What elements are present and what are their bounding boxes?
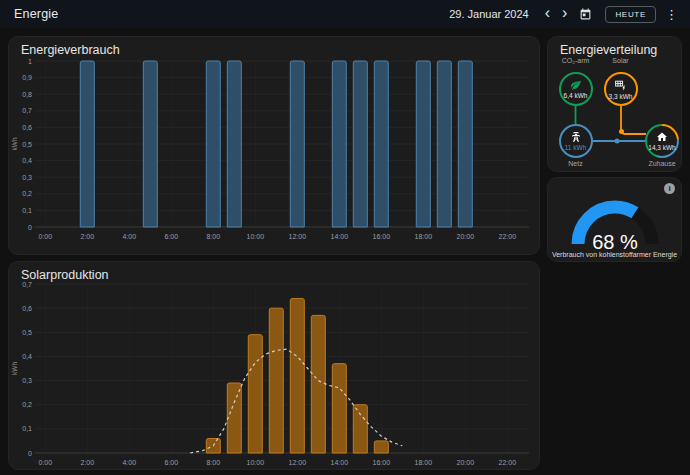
solar-bar	[311, 315, 325, 453]
svg-text:2:00: 2:00	[80, 233, 94, 240]
svg-text:14:00: 14:00	[331, 233, 349, 240]
home-node[interactable]: 14,3 kWh	[645, 124, 679, 158]
svg-text:0,6: 0,6	[22, 305, 32, 312]
carbon-gauge-card: i 68 % Verbrauch von kohlenstoffarmer En…	[547, 177, 682, 262]
svg-text:0,2: 0,2	[22, 190, 32, 197]
svg-text:16:00: 16:00	[373, 233, 391, 240]
svg-text:0,4: 0,4	[22, 353, 32, 360]
svg-text:0:00: 0:00	[38, 233, 52, 240]
solar-bar	[248, 335, 262, 453]
solar-bar	[269, 308, 283, 453]
calendar-icon	[579, 8, 592, 21]
solar-node[interactable]: 3,3 kWh	[604, 72, 638, 106]
solar-bar	[353, 405, 367, 453]
svg-text:0,2: 0,2	[22, 401, 32, 408]
svg-text:0,1: 0,1	[22, 207, 32, 214]
overflow-menu-icon[interactable]: ⋮	[663, 7, 680, 22]
card-title: Solarproduktion	[21, 268, 109, 282]
svg-text:10:00: 10:00	[247, 459, 265, 466]
solar-bar	[227, 383, 241, 453]
svg-text:6:00: 6:00	[164, 233, 178, 240]
energy-consumption-card: Energieverbrauch 0:002:004:006:008:0010:…	[8, 36, 540, 255]
low-carbon-value: 6,4 kWh	[564, 92, 588, 99]
svg-text:16:00: 16:00	[373, 459, 391, 466]
svg-text:12:00: 12:00	[289, 459, 307, 466]
svg-text:12:00: 12:00	[289, 233, 307, 240]
solar-bar	[374, 441, 388, 453]
grid-node[interactable]: 11 kWh	[559, 124, 593, 158]
low-carbon-node[interactable]: 6,4 kWh	[559, 72, 593, 106]
solar-label: Solar	[593, 57, 649, 64]
consumption-bar	[458, 61, 472, 227]
svg-text:2:00: 2:00	[80, 459, 94, 466]
svg-text:0,1: 0,1	[22, 425, 32, 432]
consumption-bar	[353, 61, 367, 227]
info-icon[interactable]: i	[664, 183, 675, 194]
consumption-bar	[437, 61, 451, 227]
svg-text:0,3: 0,3	[22, 377, 32, 384]
solar-flow-dot	[619, 129, 624, 134]
svg-text:20:00: 20:00	[457, 459, 475, 466]
svg-text:4:00: 4:00	[122, 233, 136, 240]
consumption-bar	[227, 61, 241, 227]
energy-distribution-card: Energieverteilung CO₂-arm Solar Netz Zuh…	[547, 36, 682, 172]
svg-text:kWh: kWh	[11, 362, 18, 375]
svg-text:kWh: kWh	[11, 137, 18, 150]
svg-text:1: 1	[28, 58, 32, 65]
svg-text:22:00: 22:00	[499, 459, 517, 466]
grid-label: Netz	[548, 160, 604, 167]
solar-bar	[332, 364, 346, 453]
svg-text:0,4: 0,4	[22, 157, 32, 164]
svg-text:0,5: 0,5	[22, 329, 32, 336]
svg-text:0,9: 0,9	[22, 74, 32, 81]
svg-text:8:00: 8:00	[206, 233, 220, 240]
home-value: 14,3 kWh	[648, 144, 675, 151]
svg-text:4:00: 4:00	[122, 459, 136, 466]
svg-text:0: 0	[28, 224, 32, 231]
consumption-bar	[290, 61, 304, 227]
leaf-icon	[570, 79, 582, 91]
chevron-right-icon[interactable]: ›	[556, 6, 573, 22]
svg-text:18:00: 18:00	[415, 233, 433, 240]
solar-production-card: Solarproduktion 0:002:004:006:008:0010:0…	[8, 261, 540, 470]
solar-value: 3,3 kWh	[609, 93, 633, 100]
svg-text:0,5: 0,5	[22, 141, 32, 148]
gauge: 68 %	[548, 178, 681, 261]
consumption-bar	[332, 61, 346, 227]
grid-flow-dot	[615, 139, 620, 144]
consumption-bar	[80, 61, 94, 227]
svg-text:18:00: 18:00	[415, 459, 433, 466]
svg-text:0: 0	[28, 450, 32, 457]
transmission-tower-icon	[570, 131, 582, 143]
chevron-left-icon[interactable]: ‹	[539, 6, 556, 22]
svg-text:14:00: 14:00	[331, 459, 349, 466]
calendar-button[interactable]	[573, 8, 598, 21]
home-label: Zuhause	[634, 160, 690, 167]
solar-bar	[290, 298, 304, 453]
svg-text:0,6: 0,6	[22, 124, 32, 131]
app-header: Energie 29. Januar 2024 ‹ › HEUTE ⋮	[0, 0, 690, 28]
card-title: Energieverbrauch	[21, 43, 120, 57]
grid-value: 11 kWh	[565, 144, 587, 151]
solar-chart: 0:002:004:006:008:0010:0012:0014:0016:00…	[9, 262, 539, 469]
svg-text:22:00: 22:00	[499, 233, 517, 240]
card-title: Energieverteilung	[560, 43, 657, 57]
consumption-bar	[416, 61, 430, 227]
consumption-chart: 0:002:004:006:008:0010:0012:0014:0016:00…	[9, 37, 539, 254]
svg-text:6:00: 6:00	[164, 459, 178, 466]
svg-text:0,7: 0,7	[22, 107, 32, 114]
today-button[interactable]: HEUTE	[605, 6, 656, 23]
consumption-bar	[206, 61, 220, 227]
page-title: Energie	[14, 7, 59, 21]
gauge-value: 68 %	[592, 231, 638, 253]
svg-text:0,8: 0,8	[22, 91, 32, 98]
svg-text:10:00: 10:00	[247, 233, 265, 240]
gauge-caption: Verbrauch von kohlenstoffarmer Energie	[548, 251, 681, 258]
home-icon	[656, 131, 668, 143]
svg-text:0,3: 0,3	[22, 174, 32, 181]
svg-text:20:00: 20:00	[457, 233, 475, 240]
svg-text:8:00: 8:00	[206, 459, 220, 466]
solar-panel-icon	[614, 79, 627, 92]
solar-flow-line	[621, 106, 646, 134]
svg-text:0:00: 0:00	[38, 459, 52, 466]
